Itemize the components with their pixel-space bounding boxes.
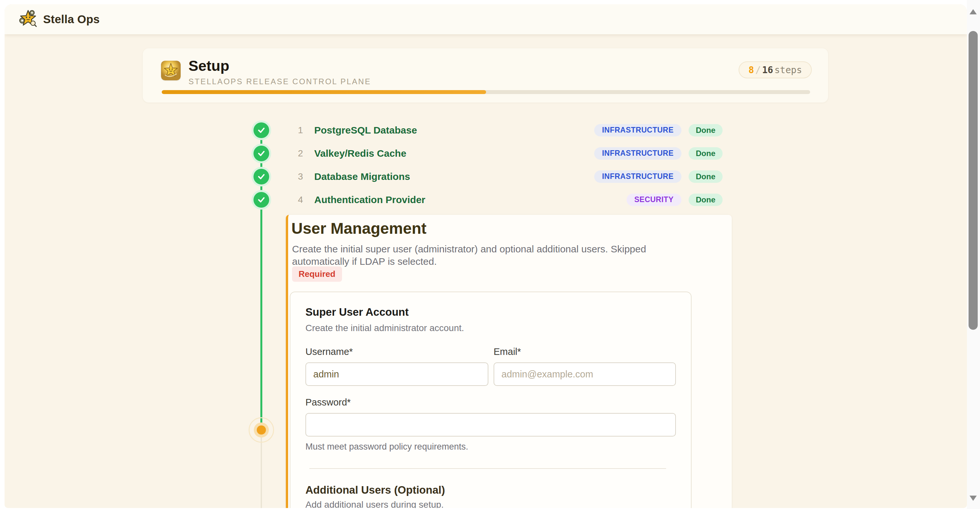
username-input[interactable] [305, 362, 488, 386]
username-label: Username* [305, 346, 488, 357]
super-user-card: Super User Account Create the initial ad… [290, 292, 692, 508]
status-badge: Done [689, 193, 722, 206]
steps-count-separator: / [755, 65, 761, 75]
check-icon [251, 167, 271, 186]
progress-fill [162, 90, 486, 94]
step-row-db-migrations[interactable]: 3 Database Migrations INFRASTRUCTURE Don… [251, 165, 722, 188]
scrollbar-thumb[interactable] [969, 31, 978, 330]
status-badge: Done [689, 170, 722, 183]
password-label: Password* [305, 397, 676, 408]
additional-users-title: Additional Users (Optional) [305, 484, 676, 496]
scroll-up-icon[interactable] [970, 9, 977, 14]
steps-total-count: 16 [762, 65, 773, 75]
setup-header-card: Setup STELLAOPS RELEASE CONTROL PLANE 8 … [143, 48, 828, 103]
step-row-valkey-redis[interactable]: 2 Valkey/Redis Cache INFRASTRUCTURE Done [251, 142, 722, 165]
app-window: Stella Ops Setup [5, 4, 967, 508]
password-helper-text: Must meet password policy requirements. [305, 442, 676, 452]
check-icon [251, 144, 271, 163]
step-row-postgresql[interactable]: 1 PostgreSQL Database INFRASTRUCTURE Don… [251, 119, 722, 142]
required-badge: Required [292, 266, 342, 282]
check-icon [251, 121, 271, 140]
steps-count-badge: 8 / 16 steps [738, 61, 812, 78]
additional-users-subtitle: Add additional users during setup. [305, 499, 676, 508]
password-input[interactable] [305, 413, 676, 436]
check-icon [251, 190, 271, 209]
super-user-subtitle: Create the initial administrator account… [305, 323, 676, 333]
app-title: Stella Ops [43, 13, 100, 26]
category-badge: SECURITY [627, 193, 681, 206]
steps-suffix: steps [775, 65, 802, 75]
stella-ops-logo-icon [19, 10, 37, 29]
user-management-panel: User Management Create the initial super… [286, 215, 732, 508]
timeline-upcoming-line [261, 432, 262, 508]
setup-progress-bar [162, 90, 810, 94]
panel-description: Create the initial super user (administr… [292, 243, 671, 268]
status-badge: Done [689, 124, 722, 136]
scrollbar-track[interactable] [967, 0, 980, 509]
setup-app-icon [161, 61, 181, 80]
step-number: 3 [298, 171, 311, 182]
step-name: Database Migrations [314, 171, 410, 182]
step-name: PostgreSQL Database [314, 125, 417, 136]
category-badge: INFRASTRUCTURE [594, 147, 681, 160]
status-badge: Done [689, 147, 722, 160]
step-row-auth-provider[interactable]: 4 Authentication Provider SECURITY Done [251, 188, 722, 211]
email-input[interactable] [493, 362, 676, 386]
current-step-dot [257, 425, 266, 434]
step-number: 1 [298, 125, 311, 135]
steps-done-count: 8 [748, 65, 754, 75]
top-navigation-bar: Stella Ops [5, 4, 967, 34]
step-number: 4 [298, 195, 311, 205]
step-name: Authentication Provider [314, 194, 425, 205]
email-label: Email* [493, 346, 676, 357]
section-divider [309, 468, 666, 469]
step-number: 2 [298, 148, 311, 159]
super-user-title: Super User Account [305, 306, 676, 318]
panel-title: User Management [291, 219, 426, 237]
setup-subtitle: STELLAOPS RELEASE CONTROL PLANE [188, 77, 371, 86]
setup-header-titles: Setup STELLAOPS RELEASE CONTROL PLANE [188, 57, 371, 86]
category-badge: INFRASTRUCTURE [594, 124, 681, 136]
setup-title: Setup [188, 57, 371, 75]
category-badge: INFRASTRUCTURE [594, 170, 681, 183]
scroll-down-icon[interactable] [970, 496, 977, 501]
step-name: Valkey/Redis Cache [314, 148, 406, 159]
